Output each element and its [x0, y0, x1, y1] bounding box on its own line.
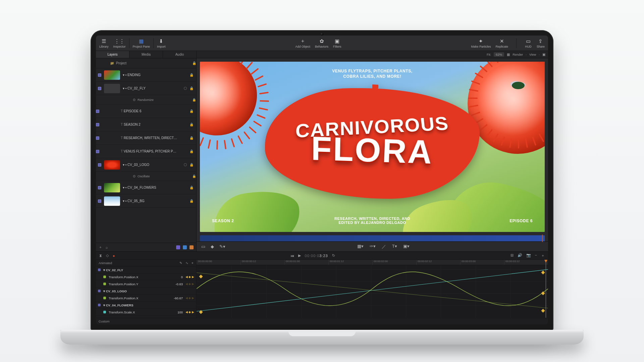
project-pane-button[interactable]: ▦ Project Pane: [133, 38, 150, 48]
inspector-button[interactable]: ⋮⋮ Inspector: [113, 38, 126, 48]
lock-icon[interactable]: 🔒: [190, 186, 194, 189]
layer-text-row[interactable]: VENUS FLYTRAPS, PITCHER P…🔒: [96, 145, 196, 158]
param-row[interactable]: Transform.Position.Y-0.63◀ ◆ ▶: [96, 281, 196, 288]
pen-icon[interactable]: ✎: [179, 261, 182, 265]
filter-orange[interactable]: [190, 245, 194, 249]
viewer-canvas[interactable]: CARNIVOROUS FLORA VENUS FLYTRAPS, PITCHE…: [200, 62, 545, 232]
tool-select[interactable]: ▭: [201, 244, 205, 249]
lock-icon[interactable]: 🔒: [190, 109, 194, 113]
tool-shape[interactable]: ▣▾: [403, 244, 410, 250]
particles-icon: ✦: [477, 38, 485, 44]
view-menu[interactable]: View: [529, 53, 536, 56]
make-particles-button[interactable]: ✦ Make Particles: [471, 38, 491, 48]
layer-name: ▾ ▪ CV_03_LOGO: [123, 163, 181, 167]
lock-icon[interactable]: 🔒: [190, 86, 194, 90]
effect-row[interactable]: Oscillate🔒: [96, 172, 196, 181]
show-audio-icon[interactable]: 🔊: [518, 253, 522, 258]
timecode[interactable]: 00:00:03:23: [305, 254, 328, 258]
tool-text[interactable]: T▾: [392, 244, 397, 250]
lock-icon[interactable]: 🔒: [192, 61, 196, 65]
layer-group-row[interactable]: ▾ ▪ CV_03_LOGO🔒: [96, 158, 196, 172]
curve-icon[interactable]: ∿: [185, 261, 188, 265]
lock-icon[interactable]: 🔒: [190, 136, 194, 140]
layer-text-row[interactable]: SEASON 2SEASON 2🔒: [96, 118, 196, 131]
param-group[interactable]: ▾ CV_04_FLOWERS: [96, 302, 196, 309]
play-button[interactable]: ▶: [298, 253, 301, 258]
visibility-toggle[interactable]: [96, 150, 99, 153]
layer-thumb: [104, 84, 120, 93]
keyframe-graph[interactable]: 00:00:00:0000:00:00:1200:00:01:0000:00:0…: [197, 260, 548, 318]
layer-group-row[interactable]: ▾ ▪ CV_02_FLY🔒: [96, 82, 196, 95]
mini-timeline[interactable]: [200, 235, 545, 241]
project-pane-label: Project Pane: [133, 45, 150, 48]
keyframe-editor-icon[interactable]: ◇: [106, 253, 109, 258]
animated-label[interactable]: Animated: [99, 261, 112, 265]
param-row[interactable]: Transform.Scale.X100◀ ◆ ▶: [96, 309, 196, 316]
visibility-toggle[interactable]: [96, 136, 99, 140]
layer-thumb: [104, 196, 120, 206]
visibility-toggle[interactable]: [98, 186, 101, 189]
timing-icon[interactable]: ⧗: [99, 253, 102, 258]
tool-mask[interactable]: ✎▾: [219, 244, 225, 249]
param-row[interactable]: Transform.Position.X0◀ ◆ ▶: [96, 274, 196, 281]
visibility-toggle[interactable]: [98, 87, 101, 90]
visibility-toggle[interactable]: [98, 199, 101, 203]
hud-button[interactable]: ▭ HUD: [525, 38, 532, 48]
share-button[interactable]: ⇪ Share: [537, 38, 545, 48]
tool-bezier[interactable]: ✑▾: [370, 244, 376, 250]
param-row[interactable]: Transform.Position.X-60.67◀ ◆ ▶: [96, 295, 196, 302]
zoom-in-icon[interactable]: ＋: [541, 253, 545, 258]
visibility-toggle[interactable]: [96, 123, 99, 126]
filter-blue[interactable]: [183, 245, 187, 249]
library-button[interactable]: ☰ Library: [99, 38, 109, 48]
render-menu[interactable]: Render: [513, 53, 523, 56]
tab-audio[interactable]: Audio: [163, 51, 197, 58]
layer-group-row[interactable]: ▾ ▪ ENDING🔒: [96, 68, 196, 82]
filter-purple[interactable]: [176, 245, 180, 249]
zoom-out-icon[interactable]: −: [535, 253, 537, 258]
project-row[interactable]: Project 🔒: [96, 58, 196, 68]
behaviors-button[interactable]: ✿ Behaviors: [315, 38, 328, 48]
playhead[interactable]: [546, 260, 546, 318]
snap-icon[interactable]: ⌖: [192, 261, 194, 265]
replicate-button[interactable]: ✕ Replicate: [495, 38, 508, 48]
add-layer-button[interactable]: ＋: [99, 245, 102, 250]
layer-name: SEASON 2: [121, 123, 187, 126]
tool-keyframe[interactable]: ◆: [211, 244, 214, 249]
visibility-toggle[interactable]: [96, 110, 99, 113]
import-button[interactable]: ⬇ Import: [157, 38, 166, 48]
visibility-toggle[interactable]: [98, 73, 101, 77]
tool-line[interactable]: ／: [382, 244, 386, 250]
zoom-value[interactable]: 62%: [494, 52, 504, 57]
snapshot-icon[interactable]: 📷: [526, 253, 531, 258]
record-button[interactable]: ●: [113, 254, 115, 258]
tab-layers[interactable]: Layers: [96, 51, 129, 58]
filters-button[interactable]: ▣ Filters: [333, 38, 341, 48]
show-video-icon[interactable]: ⊟: [511, 253, 514, 258]
lock-icon[interactable]: 🔒: [190, 163, 194, 167]
go-start[interactable]: ⏮: [290, 254, 294, 258]
behaviors-label: Behaviors: [315, 45, 328, 48]
layer-group-row[interactable]: ▾ ▪ CV_04_FLOWERS🔒: [96, 181, 196, 194]
layer-group-row[interactable]: ▾ ▪ CV_05_BG🔒: [96, 194, 196, 208]
param-group[interactable]: ▾ CV_03_LOGO: [96, 288, 196, 295]
lock-icon[interactable]: 🔒: [190, 123, 194, 126]
add-object-button[interactable]: ＋ Add Object: [295, 38, 310, 48]
search-icon[interactable]: ⌕: [106, 245, 108, 249]
layer-text-row[interactable]: RESEARCH, WRITTEN, DIRECT…🔒: [96, 131, 196, 145]
lock-icon[interactable]: 🔒: [190, 149, 194, 153]
replicate-label: Replicate: [495, 45, 508, 48]
tool-rect[interactable]: ▦▾: [357, 244, 364, 250]
color-channels-icon[interactable]: ▦: [507, 53, 510, 56]
layer-text-row[interactable]: EPISODE 6EPISODE 6🔒: [96, 105, 196, 118]
visibility-toggle[interactable]: [98, 163, 101, 167]
lock-icon[interactable]: 🔒: [190, 199, 194, 203]
viewer-layout-icon[interactable]: ▣: [542, 53, 545, 56]
tab-media[interactable]: Media: [129, 51, 163, 58]
effect-row[interactable]: Randomize🔒: [96, 95, 196, 105]
lock-icon[interactable]: 🔒: [190, 73, 194, 77]
filters-label: Filters: [333, 45, 341, 48]
loop-icon[interactable]: ↻: [332, 253, 335, 258]
param-group[interactable]: ▾ CV_02_FLY: [96, 266, 196, 274]
custom-label[interactable]: Custom: [99, 319, 110, 323]
